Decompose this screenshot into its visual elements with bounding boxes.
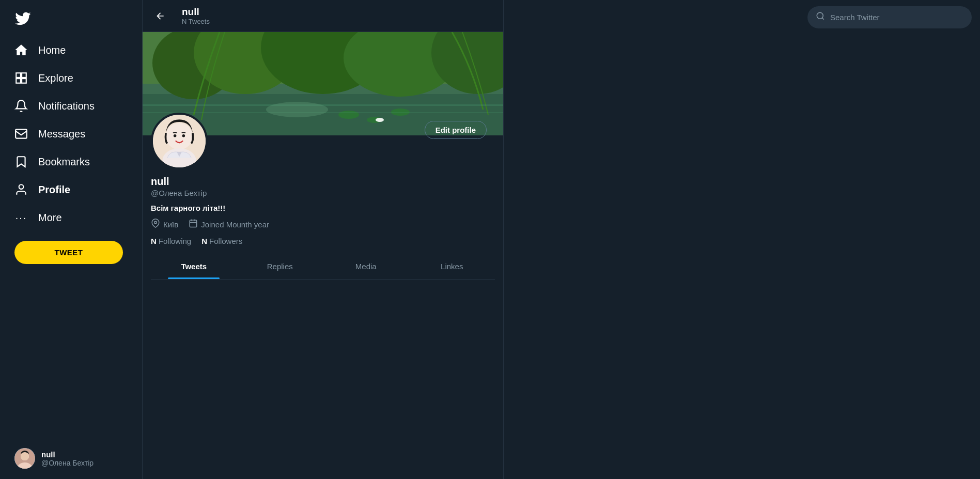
svg-point-5	[19, 184, 24, 189]
main-content: null N Tweets	[142, 0, 504, 479]
search-icon	[816, 11, 825, 23]
sidebar-item-label: More	[38, 212, 62, 224]
explore-icon	[14, 71, 28, 85]
profile-tabs: Tweets Replies Media Linkes	[151, 254, 495, 280]
tab-tweets[interactable]: Tweets	[151, 254, 237, 279]
sidebar-user-handle: @Олена Бехтір	[41, 459, 94, 467]
person-icon	[14, 183, 28, 196]
svg-rect-2	[16, 79, 21, 83]
sidebar-item-label: Profile	[38, 184, 70, 196]
following-label: Following	[159, 237, 191, 245]
svg-point-29	[182, 134, 185, 137]
sidebar-item-explore[interactable]: Explore	[6, 65, 136, 91]
header-username: null	[182, 6, 210, 18]
sidebar-item-profile[interactable]: Profile	[6, 177, 136, 203]
sidebar-item-label: Messages	[38, 128, 85, 140]
header-user-info: null N Tweets	[182, 6, 210, 25]
location-text: Київ	[163, 220, 178, 229]
profile-section: Edit profile null @Олена Бехтір Всім гар…	[143, 135, 503, 288]
svg-point-26	[166, 123, 193, 150]
bookmark-icon	[14, 155, 28, 168]
sidebar-item-label: Explore	[38, 72, 73, 84]
profile-joined: Joined Mounth year	[189, 219, 269, 230]
profile-bio: Всім гарного літа!!!	[151, 204, 495, 212]
svg-rect-4	[15, 129, 27, 138]
svg-point-35	[817, 12, 823, 19]
right-sidebar	[799, 0, 980, 479]
more-icon: ···	[14, 211, 28, 224]
back-button[interactable]	[151, 7, 169, 25]
profile-header: null N Tweets	[143, 0, 503, 32]
followers-label: Followers	[209, 237, 242, 245]
tweet-button[interactable]: TWEET	[14, 241, 123, 264]
bell-icon	[14, 99, 28, 113]
svg-rect-0	[16, 73, 21, 78]
sidebar: Home Explore Notifications Messages Book	[0, 0, 142, 479]
mail-icon	[14, 127, 28, 141]
following-count: N	[151, 237, 157, 245]
sidebar-item-notifications[interactable]: Notifications	[6, 93, 136, 119]
profile-meta: Київ Joined Mounth year	[151, 219, 495, 230]
sidebar-item-home[interactable]: Home	[6, 37, 136, 63]
sidebar-item-label: Bookmarks	[38, 156, 90, 168]
tab-likes[interactable]: Linkes	[409, 254, 495, 279]
sidebar-user-account[interactable]: null @Олена Бехтір	[6, 442, 136, 475]
tab-likes-label: Linkes	[441, 262, 463, 271]
tab-replies-label: Replies	[267, 262, 293, 271]
tab-media-label: Media	[355, 262, 377, 271]
header-tweets-count: N Tweets	[182, 18, 210, 25]
sidebar-user-name: null	[41, 450, 94, 459]
sidebar-item-messages[interactable]: Messages	[6, 121, 136, 147]
profile-location: Київ	[151, 219, 178, 230]
sidebar-item-label: Home	[38, 44, 66, 56]
search-input[interactable]	[830, 13, 963, 22]
followers-stat[interactable]: N Followers	[201, 237, 242, 245]
tab-tweets-label: Tweets	[181, 262, 207, 271]
location-icon	[151, 219, 160, 230]
svg-rect-1	[22, 73, 26, 78]
joined-text: Joined Mounth year	[201, 220, 269, 229]
svg-rect-31	[190, 220, 197, 227]
sidebar-user-info: null @Олена Бехтір	[41, 450, 94, 467]
profile-stats: N Following N Followers	[151, 237, 495, 245]
sidebar-item-bookmarks[interactable]: Bookmarks	[6, 149, 136, 175]
profile-avatar-container	[151, 113, 208, 169]
svg-point-9	[21, 452, 29, 460]
sidebar-item-more[interactable]: ··· More	[6, 205, 136, 230]
tab-media[interactable]: Media	[323, 254, 409, 279]
svg-line-36	[822, 18, 823, 19]
following-stat[interactable]: N Following	[151, 237, 191, 245]
sidebar-item-label: Notifications	[38, 100, 95, 112]
svg-point-30	[154, 221, 157, 224]
tab-replies[interactable]: Replies	[237, 254, 323, 279]
svg-rect-3	[22, 79, 26, 83]
twitter-logo[interactable]	[6, 4, 136, 35]
home-icon	[14, 43, 28, 57]
profile-handle: @Олена Бехтір	[151, 189, 495, 197]
sidebar-avatar	[14, 448, 35, 469]
sidebar-nav: Home Explore Notifications Messages Book	[6, 37, 136, 233]
search-box[interactable]	[807, 6, 972, 28]
edit-profile-button[interactable]: Edit profile	[425, 121, 487, 139]
profile-avatar	[151, 113, 208, 169]
followers-count: N	[201, 237, 207, 245]
profile-display-name: null	[151, 176, 495, 188]
calendar-icon	[189, 219, 198, 230]
svg-point-28	[174, 134, 177, 137]
